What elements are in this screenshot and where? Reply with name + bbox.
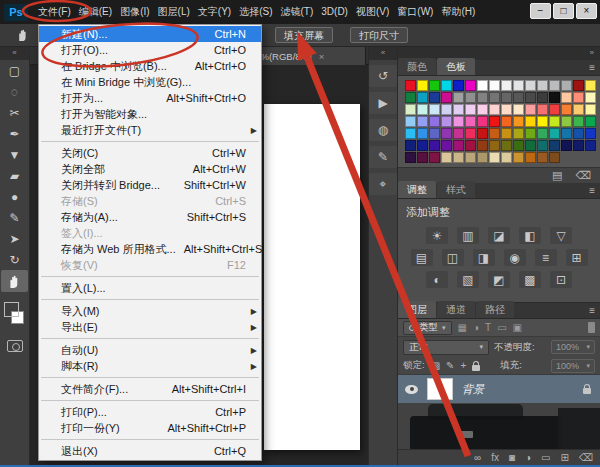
layer-mask-icon[interactable]: ◙ — [509, 452, 515, 463]
color-swatch[interactable] — [429, 140, 440, 151]
minimize-button[interactable]: − — [530, 3, 551, 19]
color-swatch[interactable] — [585, 140, 596, 151]
new-swatch-icon[interactable]: ▤ — [552, 169, 562, 183]
menu-item[interactable]: 在 Mini Bridge 中浏览(G)... — [39, 74, 261, 90]
fill-value[interactable]: 100% ▾ — [551, 359, 595, 373]
menu-bar-item[interactable]: 视图(V) — [352, 0, 393, 24]
color-swatch[interactable] — [549, 116, 560, 127]
color-swatch[interactable] — [489, 116, 500, 127]
color-swatch[interactable] — [501, 92, 512, 103]
panel-tab[interactable]: 通道 — [437, 301, 475, 318]
filter-shape-layers-icon[interactable]: ▭ — [497, 319, 506, 337]
color-swatch[interactable] — [549, 140, 560, 151]
color-swatch[interactable] — [453, 140, 464, 151]
color-swatch[interactable] — [429, 116, 440, 127]
brightness-contrast-icon[interactable]: ☀ — [426, 227, 448, 244]
selective-color-icon[interactable]: ⊡ — [550, 271, 572, 288]
channel-mixer-icon[interactable]: ≡ — [535, 249, 557, 266]
menu-item[interactable]: 打开(O)... Ctrl+O — [39, 42, 261, 58]
layer-visibility-icon[interactable] — [405, 385, 418, 394]
hand-tool[interactable] — [1, 270, 28, 292]
color-swatch[interactable] — [537, 92, 548, 103]
print-size-button[interactable]: 打印尺寸 — [350, 27, 408, 43]
color-swatch[interactable] — [513, 140, 524, 151]
color-swatch[interactable] — [465, 128, 476, 139]
exposure-icon[interactable]: ◧ — [519, 227, 541, 244]
color-swatch[interactable] — [561, 140, 572, 151]
menu-item[interactable]: 打开为智能对象... — [39, 106, 261, 122]
vibrance-icon[interactable]: ▽ — [550, 227, 572, 244]
menu-item[interactable]: 最近打开文件(T) ▶ — [39, 122, 261, 138]
menu-item[interactable]: 存储为 Web 所用格式... Alt+Shift+Ctrl+S — [39, 241, 261, 257]
color-swatch[interactable] — [405, 152, 416, 163]
menu-bar-item[interactable]: 图像(I) — [116, 0, 153, 24]
link-layers-icon[interactable]: ∞ — [474, 452, 481, 463]
color-swatch[interactable] — [441, 152, 452, 163]
color-swatch[interactable] — [585, 80, 596, 91]
menu-item[interactable]: 在 Bridge 中浏览(B)... Alt+Ctrl+O — [39, 58, 261, 74]
crop-tool[interactable]: ✂ — [0, 102, 29, 123]
filter-pixel-layers-icon[interactable]: ▦ — [458, 319, 467, 337]
clone-source-panel-icon[interactable]: ⌖ — [369, 173, 397, 195]
color-swatch[interactable] — [573, 92, 584, 103]
color-swatch[interactable] — [513, 152, 524, 163]
color-swatch[interactable] — [513, 92, 524, 103]
color-swatch[interactable] — [513, 128, 524, 139]
color-swatch[interactable] — [513, 80, 524, 91]
color-swatch[interactable] — [501, 152, 512, 163]
color-swatch[interactable] — [441, 128, 452, 139]
lasso-tool[interactable]: ◌ — [0, 81, 29, 102]
color-swatch[interactable] — [441, 116, 452, 127]
color-swatch[interactable] — [405, 104, 416, 115]
color-swatch[interactable] — [489, 80, 500, 91]
color-swatch[interactable] — [537, 152, 548, 163]
menu-item[interactable]: 签入(I)... — [39, 225, 261, 241]
color-swatch[interactable] — [525, 80, 536, 91]
color-swatch[interactable] — [465, 104, 476, 115]
color-swatch[interactable] — [405, 128, 416, 139]
color-swatch[interactable] — [501, 116, 512, 127]
color-swatch[interactable] — [477, 92, 488, 103]
menu-bar-item[interactable]: 窗口(W) — [393, 0, 437, 24]
color-swatch[interactable] — [489, 104, 500, 115]
close-button[interactable]: × — [576, 3, 597, 19]
panel-menu-icon[interactable]: ≡ — [589, 62, 595, 73]
color-swatch[interactable] — [417, 152, 428, 163]
properties-panel-icon[interactable]: ◍ — [369, 119, 397, 141]
threshold-icon[interactable]: ◩ — [488, 271, 510, 288]
color-swatch[interactable] — [549, 128, 560, 139]
color-swatch[interactable] — [585, 116, 596, 127]
new-layer-icon[interactable]: ⊞ — [560, 452, 568, 463]
color-swatch[interactable] — [513, 116, 524, 127]
color-swatch[interactable] — [537, 140, 548, 151]
color-swatch[interactable] — [561, 104, 572, 115]
color-swatch[interactable] — [477, 128, 488, 139]
color-swatch[interactable] — [453, 116, 464, 127]
menu-item[interactable]: 置入(L)... — [39, 280, 261, 296]
color-swatch[interactable] — [465, 152, 476, 163]
menu-item[interactable]: 关闭(C) Ctrl+W — [39, 145, 261, 161]
menu-item[interactable]: 导出(E) ▶ — [39, 319, 261, 335]
color-swatch[interactable] — [489, 140, 500, 151]
color-swatch[interactable] — [465, 116, 476, 127]
color-swatch[interactable] — [453, 128, 464, 139]
panel-menu-icon[interactable]: ≡ — [589, 305, 595, 316]
menu-item[interactable]: 关闭全部 Alt+Ctrl+W — [39, 161, 261, 177]
menu-item[interactable]: 打印一份(Y) Alt+Shift+Ctrl+P — [39, 420, 261, 436]
rotate-view-tool[interactable]: ↻ — [0, 249, 29, 270]
color-swatch[interactable] — [549, 80, 560, 91]
color-swatch[interactable] — [489, 128, 500, 139]
color-swatch[interactable] — [477, 116, 488, 127]
lock-image-pixels-icon[interactable]: ✎ — [446, 360, 454, 371]
black-white-icon[interactable]: ◨ — [473, 249, 495, 266]
panel-tab[interactable]: 颜色 — [398, 58, 436, 75]
rectangular-marquee-tool[interactable]: ▢ — [0, 60, 29, 81]
color-swatch[interactable] — [501, 140, 512, 151]
color-swatch[interactable] — [417, 80, 428, 91]
layer-filter-kind-select[interactable]: 类型 ▾ — [403, 321, 452, 335]
clone-stamp-tool[interactable]: ▼ — [0, 144, 29, 165]
menu-item[interactable]: 恢复(V) F12 — [39, 257, 261, 273]
menu-item[interactable]: 文件简介(F)... Alt+Shift+Ctrl+I — [39, 381, 261, 397]
menu-item[interactable]: 关闭并转到 Bridge... Shift+Ctrl+W — [39, 177, 261, 193]
panel-tab[interactable]: 色板 — [437, 58, 475, 75]
